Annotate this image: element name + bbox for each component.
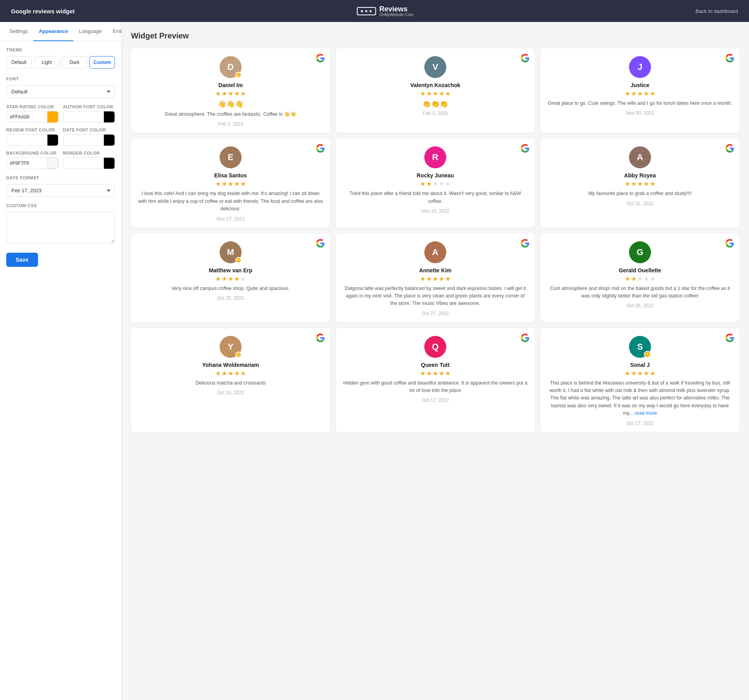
star-filled: ★ [215,370,221,377]
reviewer-name: Annette Kim [342,267,529,273]
author-font-swatch[interactable] [104,111,115,122]
author-font-text-input[interactable] [64,112,104,122]
star-filled: ★ [433,370,438,377]
font-label: FONT [6,77,115,81]
star-rating-text-input[interactable] [7,112,47,122]
avatar-wrapper: S ⭐ [629,336,651,358]
date-font-swatch[interactable] [104,135,115,146]
logo-name: Reviews [379,5,407,13]
review-date: Feb 2, 2023 [342,111,529,116]
star-filled: ★ [234,275,240,283]
avatar: R [424,146,446,168]
bg-text-input[interactable] [7,158,47,168]
header-logo: ★★★ Reviews OnMyWebsite.Com [357,5,413,17]
star-filled: ★ [644,90,649,97]
star-filled: ★ [625,90,630,97]
avatar: Y ⭐ [220,336,242,358]
review-font-input-row [6,134,58,146]
star-filled: ★ [637,370,643,377]
review-date: Nov 30, 2022 [547,110,733,116]
avatar-badge: ⭐ [235,72,242,78]
read-more-link[interactable]: read more [634,410,657,416]
star-filled: ★ [445,90,451,97]
avatar: A [629,146,651,168]
star-filled: ★ [445,275,451,283]
google-icon [316,54,325,62]
reviewer-name: Sonal J [547,362,733,368]
review-date: Oct 17, 2022 [342,397,529,403]
back-to-dashboard-link[interactable]: Back to dashboard [696,8,738,14]
logo-text-block: Reviews OnMyWebsite.Com [379,5,413,17]
save-button[interactable]: Save [6,253,38,267]
star-row: ★★★★★ [547,180,733,188]
app-header: Google reviews widget ★★★ Reviews OnMyWe… [0,0,749,22]
date-format-select[interactable]: Feb 17, 2023 17 Feb 2023 2023-02-17 [6,184,115,197]
star-filled: ★ [240,90,246,97]
author-font-color-item: AUTHOR FONT COLOR [63,104,115,123]
reviewer-name: Valentyn Kozachok [342,82,529,88]
font-select[interactable]: Default Arial Georgia Helvetica [6,85,115,98]
review-text: Delicious matcha and croissants [137,379,324,387]
reviewer-name: Daniel Im [137,82,324,88]
review-date: Oct 17, 2022 [547,421,733,426]
star-row: ★★★★★ [342,180,529,188]
color-grid: STAR RATING COLOR AUTHOR FONT COLOR [6,104,115,169]
theme-label: THEME [6,47,115,52]
border-text-input[interactable] [64,158,104,168]
border-swatch[interactable] [104,158,115,169]
review-emoji: 👏👏👏 [342,100,529,108]
star-empty: ★ [439,180,444,188]
google-icon [725,239,734,248]
avatar: G [629,241,651,263]
avatar: Q [424,336,446,358]
star-filled: ★ [240,370,246,377]
review-date: Oct 18, 2022 [137,390,324,396]
font-group: FONT Default Arial Georgia Helvetica [6,77,115,98]
border-input-row [63,157,115,169]
review-date: Oct 26, 2022 [547,303,733,308]
star-rating-input-row [6,111,58,123]
review-date: Feb 3, 2023 [137,121,324,127]
star-row: ★★★★★ [342,370,529,377]
star-filled: ★ [644,180,649,188]
avatar: J [629,56,651,78]
review-card: J Justice ★★★★★ Great place to go. Cute … [540,48,740,133]
reviewer-name: Elisa Santos [137,172,324,179]
date-font-color-item: DATE FONT COLOR [63,128,115,146]
theme-dark-button[interactable]: Dark [62,56,87,69]
google-icon [725,334,734,342]
star-rating-swatch[interactable] [47,111,58,122]
star-row: ★★★★★ [547,370,733,377]
review-font-text-input[interactable] [7,135,47,145]
tab-appearance[interactable]: Appearance [33,22,73,41]
star-filled: ★ [439,90,444,97]
review-card: G Gerald Ouellette ★★★★★ Cool atmosphere… [540,233,740,323]
tab-settings[interactable]: Settings [4,22,33,41]
star-filled: ★ [426,275,432,283]
date-format-section: DATE FORMAT Feb 17, 2023 17 Feb 2023 202… [6,175,115,197]
star-filled: ★ [426,180,432,188]
star-row: ★★★★★ [547,90,733,97]
app-title: Google reviews widget [11,8,75,15]
theme-custom-button[interactable]: Custom [89,56,115,69]
review-card: M ⭐ Matthew van Erp ★★★★★ Very nice off … [131,233,330,323]
star-filled: ★ [625,275,630,283]
review-date: Oct 27, 2022 [342,311,529,316]
bg-swatch[interactable] [47,158,58,169]
review-font-swatch[interactable] [47,135,58,146]
star-row: ★★★★★ [137,90,324,97]
app-layout: Settings Appearance Language Embed THEME… [0,22,749,700]
custom-css-textarea[interactable] [6,212,115,243]
star-filled: ★ [625,180,630,188]
star-row: ★★★★★ [137,275,324,283]
date-font-text-input[interactable] [64,135,104,145]
star-filled: ★ [215,180,221,188]
review-text: Great place to go. Cute swings. The wife… [547,100,733,107]
date-format-label: DATE FORMAT [6,175,115,180]
review-card: A Abby Royea ★★★★★ My favourite place to… [540,139,740,228]
date-font-input-row [63,134,115,146]
theme-default-button[interactable]: Default [6,56,32,69]
theme-light-button[interactable]: Light [34,56,60,69]
star-filled: ★ [426,90,432,97]
tab-language[interactable]: Language [73,22,107,41]
